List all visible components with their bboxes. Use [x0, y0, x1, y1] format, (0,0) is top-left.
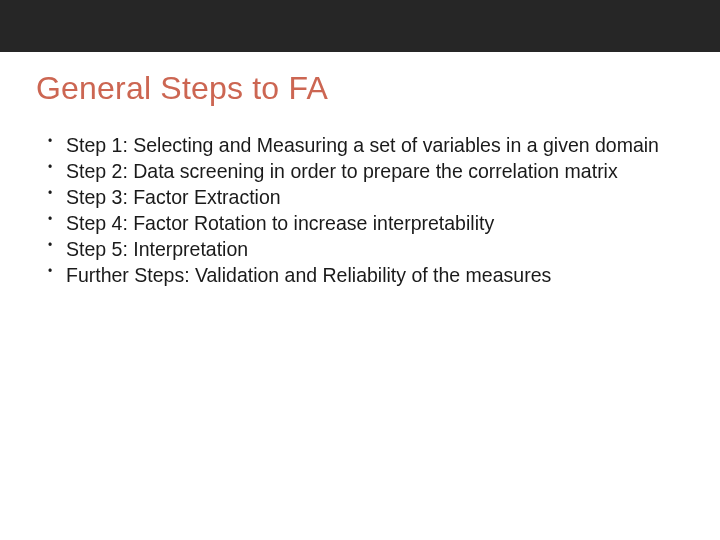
slide-content: General Steps to FA Step 1: Selecting an…	[0, 52, 720, 288]
list-item: Step 5: Interpretation	[48, 237, 684, 262]
list-item: Step 1: Selecting and Measuring a set of…	[48, 133, 684, 158]
list-item: Step 2: Data screening in order to prepa…	[48, 159, 684, 184]
bullet-list: Step 1: Selecting and Measuring a set of…	[36, 133, 684, 288]
list-item: Step 4: Factor Rotation to increase inte…	[48, 211, 684, 236]
header-bar	[0, 0, 720, 52]
list-item: Step 3: Factor Extraction	[48, 185, 684, 210]
list-item: Further Steps: Validation and Reliabilit…	[48, 263, 684, 288]
slide-title: General Steps to FA	[36, 70, 684, 107]
